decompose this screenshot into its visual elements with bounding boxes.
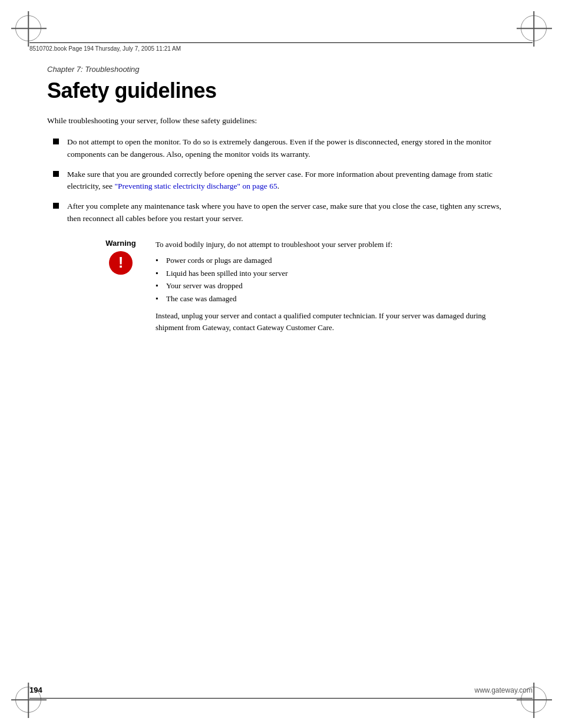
file-info-text: 8510702.book Page 194 Thursday, July 7, …	[29, 45, 181, 52]
warning-label-area: Warning !	[94, 239, 147, 334]
warning-footer-text: Instead, unplug your server and contact …	[156, 310, 515, 333]
svg-text:!: !	[118, 253, 124, 271]
safety-bullet-list: Do not attempt to open the monitor. To d…	[47, 136, 515, 225]
page-number: 194	[29, 686, 42, 694]
bullet-icon-3	[53, 203, 59, 209]
corner-decoration-tl	[15, 15, 41, 41]
warning-bullet-text-2: Liquid has been spilled into your server	[166, 268, 288, 279]
bullet-icon-2	[53, 171, 59, 177]
warning-list-item: ▪ Liquid has been spilled into your serv…	[156, 268, 515, 279]
top-file-info-bar: 8510702.book Page 194 Thursday, July 7, …	[29, 42, 533, 52]
static-electricity-link[interactable]: "Preventing static electricity discharge…	[114, 182, 277, 190]
list-item: Do not attempt to open the monitor. To d…	[47, 136, 515, 160]
warning-content-area: To avoid bodily injury, do not attempt t…	[156, 239, 515, 334]
warning-list-item: ▪ Your server was dropped	[156, 280, 515, 292]
bottom-bar: 194 www.gateway.com	[29, 686, 533, 699]
warning-label-text: Warning	[105, 239, 136, 248]
bullet-2-after: .	[277, 182, 279, 190]
warning-bullet-list: ▪ Power cords or plugs are damaged ▪ Liq…	[156, 255, 515, 304]
page-title: Safety guidelines	[47, 78, 515, 103]
bullet-text-1: Do not attempt to open the monitor. To d…	[67, 136, 515, 160]
warning-list-item: ▪ Power cords or plugs are damaged	[156, 255, 515, 266]
bullet-icon-1	[53, 139, 59, 144]
bullet-text-2: Make sure that you are grounded correctl…	[67, 169, 515, 193]
corner-decoration-tr	[521, 15, 547, 41]
warning-bullet-text-4: The case was damaged	[166, 293, 236, 305]
list-item: After you complete any maintenance task …	[47, 200, 515, 225]
warning-bullet-marker-3: ▪	[156, 280, 163, 291]
warning-list-item: ▪ The case was damaged	[156, 293, 515, 305]
warning-bullet-text-3: Your server was dropped	[166, 280, 243, 292]
main-content: Chapter 7: Troubleshooting Safety guidel…	[47, 65, 515, 681]
warning-intro-text: To avoid bodily injury, do not attempt t…	[156, 239, 515, 251]
warning-bullet-text-1: Power cords or plugs are damaged	[166, 255, 272, 266]
list-item: Make sure that you are grounded correctl…	[47, 169, 515, 193]
warning-bullet-marker-2: ▪	[156, 268, 163, 278]
warning-icon: !	[108, 250, 134, 276]
warning-box: Warning ! To avoid bodily injury, do not…	[94, 239, 515, 334]
warning-bullet-marker-4: ▪	[156, 293, 163, 304]
chapter-label: Chapter 7: Troubleshooting	[47, 65, 515, 74]
intro-paragraph: While troubleshooting your server, follo…	[47, 115, 515, 127]
website-url: www.gateway.com	[475, 686, 533, 694]
warning-bullet-marker-1: ▪	[156, 255, 163, 265]
bullet-text-3: After you complete any maintenance task …	[67, 200, 515, 225]
